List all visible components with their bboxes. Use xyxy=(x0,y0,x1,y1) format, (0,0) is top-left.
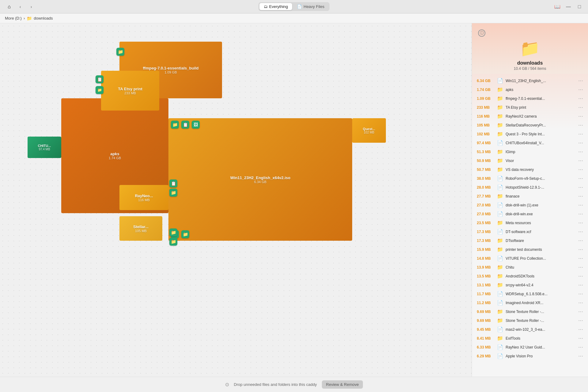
panel-item-more[interactable]: ⋯ xyxy=(578,211,583,217)
panel-item-name: Stone Texture Roller -... xyxy=(506,310,576,314)
panel-list-item[interactable]: 50.9 MB📁Visor⋯ xyxy=(472,156,588,165)
panel-item-more[interactable]: ⋯ xyxy=(578,113,583,119)
panel-list-item[interactable]: 11.2 MB📄Imagined Android XR...⋯ xyxy=(472,298,588,307)
panel-item-more[interactable]: ⋯ xyxy=(578,300,583,306)
win11-badge-2[interactable]: 📋 xyxy=(181,121,189,129)
panel-item-more[interactable]: ⋯ xyxy=(578,96,583,101)
tab-everything-label: Everything xyxy=(269,4,288,9)
panel-item-more[interactable]: ⋯ xyxy=(578,273,583,279)
review-remove-button[interactable]: Review & Remove xyxy=(322,380,363,389)
panel-list-item[interactable]: 8.41 MB📁ExifTools⋯ xyxy=(472,334,588,343)
breadcrumb-current[interactable]: downloads xyxy=(34,16,53,21)
block-stellar[interactable]: Stellar... 105 MB 📁 📁 xyxy=(119,216,162,241)
forward-button[interactable]: › xyxy=(27,2,36,11)
block-ta-etsy[interactable]: TA Etsy print 233 MB 📁 📋 xyxy=(101,71,159,111)
panel-list-item[interactable]: 13.9 MB📁Chitu⋯ xyxy=(472,263,588,272)
info-button[interactable]: ⓘ xyxy=(478,29,485,37)
panel-item-more[interactable]: ⋯ xyxy=(578,335,583,341)
panel-item-more[interactable]: ⋯ xyxy=(578,175,583,181)
panel-item-more[interactable]: ⋯ xyxy=(578,255,583,261)
back-button[interactable]: ‹ xyxy=(16,2,24,11)
panel-list-item[interactable]: 27.7 MB📁finanace⋯ xyxy=(472,192,588,201)
panel-list-item[interactable]: 102 MB📁Quest 3 - Pro Style Int...⋯ xyxy=(472,130,588,138)
panel-item-more[interactable]: ⋯ xyxy=(578,318,583,323)
panel-item-more[interactable]: ⋯ xyxy=(578,264,583,270)
win11-badge-3[interactable]: 🖼 xyxy=(192,121,200,129)
panel-item-more[interactable]: ⋯ xyxy=(578,282,583,288)
badge-mid-1[interactable]: 📋 xyxy=(169,179,177,187)
panel-list-item[interactable]: 50.7 MB📁VS data recovery⋯ xyxy=(472,165,588,174)
panel-item-size: 9.69 MB xyxy=(477,310,495,314)
badge-top-2[interactable]: 📋 xyxy=(96,75,104,83)
maximize-button[interactable]: □ xyxy=(576,3,583,10)
panel-item-more[interactable]: ⋯ xyxy=(578,140,583,146)
panel-list-item[interactable]: 11.7 MB📄WDRSetup_6.1.8.508.e...⋯ xyxy=(472,289,588,298)
panel-item-more[interactable]: ⋯ xyxy=(578,291,583,297)
panel-list-item[interactable]: 13.1 MB📁srcpy-win64-v2.4⋯ xyxy=(472,281,588,289)
home-button[interactable]: ⌂ xyxy=(5,2,13,11)
book-button[interactable]: 📖 xyxy=(554,3,561,10)
badge-top-1[interactable]: 📁 xyxy=(116,48,124,56)
panel-item-more[interactable]: ⋯ xyxy=(578,238,583,243)
panel-list-item[interactable]: 14.8 MB📄VITURE Pro Collection...⋯ xyxy=(472,254,588,263)
breadcrumb-root[interactable]: More (D:) xyxy=(5,16,22,21)
panel-list-item[interactable]: 15.9 MB📁printer test documents⋯ xyxy=(472,245,588,254)
tab-heavy-files[interactable]: 📄 Heavy Files xyxy=(293,3,329,10)
panel-list-item[interactable]: 27.0 MB📄disk-drill-win (1).exe⋯ xyxy=(472,201,588,209)
panel-list-item[interactable]: 9.45 MB📄mas2-win-102_3_0-ea...⋯ xyxy=(472,325,588,334)
panel-item-more[interactable]: ⋯ xyxy=(578,104,583,110)
badge-top-3[interactable]: 📁 xyxy=(96,86,104,94)
panel-item-more[interactable]: ⋯ xyxy=(578,202,583,208)
panel-item-more[interactable]: ⋯ xyxy=(578,149,583,155)
panel-list-item[interactable]: 105 MB📁StellarDataRecoveryPr...⋯ xyxy=(472,121,588,130)
panel-list-item[interactable]: 9.69 MB📁Stone Texture Roller -...⋯ xyxy=(472,316,588,325)
panel-item-more[interactable]: ⋯ xyxy=(578,78,583,84)
panel-list-item[interactable]: 6.34 GB📄Win11_23H2_English_...⋯ xyxy=(472,76,588,85)
panel-item-more[interactable]: ⋯ xyxy=(578,220,583,226)
panel-list-item[interactable]: 9.69 MB📁Stone Texture Roller -...⋯ xyxy=(472,307,588,316)
badge-bot-2[interactable]: 📁 xyxy=(169,238,177,246)
win11-badge-5[interactable]: 📁 xyxy=(181,230,189,238)
panel-list-item[interactable]: 6.29 MB📄Apple Vision Pro⋯ xyxy=(472,352,588,360)
panel-item-more[interactable]: ⋯ xyxy=(578,309,583,315)
panel-list-item[interactable]: 51.3 MB📁lGimp⋯ xyxy=(472,147,588,156)
panel-folder-items: 564 items xyxy=(530,66,546,71)
panel-list-item[interactable]: 13.5 MB📁AndroidSDKTools⋯ xyxy=(472,272,588,281)
block-win11[interactable]: Win11_23H2_English_x64v2.iso 6.34 GB 📁 📋… xyxy=(168,118,352,241)
panel-list-item[interactable]: 233 MB📁TA Etsy print⋯ xyxy=(472,103,588,112)
panel-item-size: 23.5 MB xyxy=(477,221,495,225)
minimize-button[interactable]: — xyxy=(565,3,572,10)
panel-item-more[interactable]: ⋯ xyxy=(578,87,583,92)
panel-item-more[interactable]: ⋯ xyxy=(578,247,583,252)
panel-item-more[interactable]: ⋯ xyxy=(578,167,583,172)
win11-badge-1[interactable]: 📁 xyxy=(171,121,179,129)
block-rayneo[interactable]: RayNeo... 116 MB 📋 📄 xyxy=(119,185,168,210)
tab-everything[interactable]: 🗂 Everything xyxy=(259,3,292,10)
panel-item-more[interactable]: ⋯ xyxy=(578,193,583,199)
panel-item-more[interactable]: ⋯ xyxy=(578,353,583,359)
panel-item-more[interactable]: ⋯ xyxy=(578,184,583,190)
panel-list-item[interactable]: 116 MB📁RayNeoX2 camera⋯ xyxy=(472,112,588,121)
panel-list-item[interactable]: 28.0 MB📄HotspotShield-12.9.1-...⋯ xyxy=(472,183,588,192)
panel-list-item[interactable]: 17.3 MB📄DT-software.xcf⋯ xyxy=(472,227,588,236)
panel-list-item[interactable]: 1.74 GB📁apks⋯ xyxy=(472,85,588,94)
panel-item-name: disk-drill-win.exe xyxy=(506,212,576,216)
panel-item-more[interactable]: ⋯ xyxy=(578,229,583,235)
panel-item-more[interactable]: ⋯ xyxy=(578,122,583,128)
panel-list-item[interactable]: 1.09 GB📁ffmpeg-7.0.1-essential...⋯ xyxy=(472,94,588,103)
panel-item-more[interactable]: ⋯ xyxy=(578,326,583,332)
panel-item-more[interactable]: ⋯ xyxy=(578,158,583,164)
panel-list-item[interactable]: 38.0 MB📄RoboForm-v9-Setup-c...⋯ xyxy=(472,174,588,183)
block-quest[interactable]: Quest... 102 MB 📁 📋 🖼 xyxy=(352,118,386,143)
badge-mid-2[interactable]: 📁 xyxy=(169,189,177,197)
panel-list-item[interactable]: 27.0 MB📄disk-drill-win.exe⋯ xyxy=(472,209,588,218)
panel-list-item[interactable]: 97.4 MB📄CHITUBox64Install_V...⋯ xyxy=(472,138,588,147)
block-chitu[interactable]: CHITU... 97.4 MB 📁 📁 📁 xyxy=(28,137,61,158)
panel-item-more[interactable]: ⋯ xyxy=(578,131,583,137)
panel-list-item[interactable]: 17.3 MB📁DTsoftware⋯ xyxy=(472,236,588,245)
panel-list: 6.34 GB📄Win11_23H2_English_...⋯1.74 GB📁a… xyxy=(472,74,588,363)
panel-item-more[interactable]: ⋯ xyxy=(578,344,583,350)
panel-list-item[interactable]: 6.33 MB📄RayNeo X2 User Guid...⋯ xyxy=(472,343,588,352)
panel-list-item[interactable]: 23.5 MB📁Meta resources⋯ xyxy=(472,218,588,227)
badge-bot-1[interactable]: 📁 xyxy=(169,228,177,236)
